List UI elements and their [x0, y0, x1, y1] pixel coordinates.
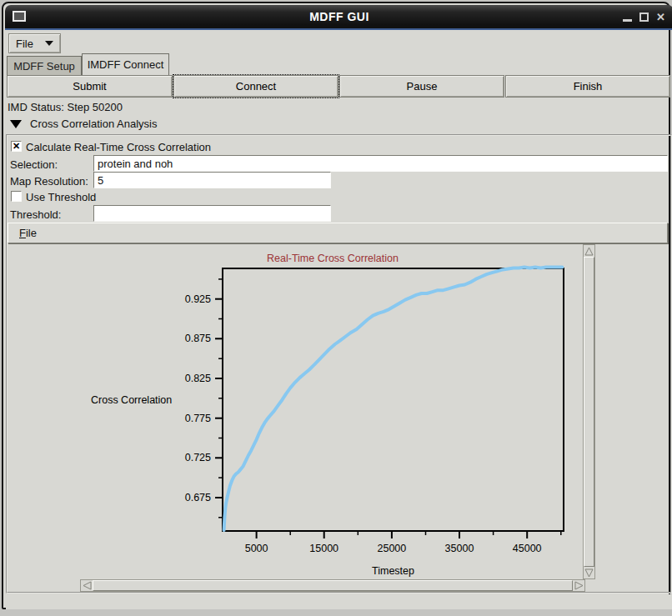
- connect-button[interactable]: Connect: [173, 75, 339, 98]
- plot-vertical-scrollbar[interactable]: [583, 244, 595, 579]
- selection-input[interactable]: [93, 155, 668, 172]
- y-tick-label: 0.775: [185, 413, 211, 424]
- x-tick-label: 5000: [245, 543, 268, 554]
- scroll-up-icon[interactable]: [584, 245, 594, 257]
- y-tick-label: 0.725: [185, 452, 211, 463]
- scroll-down-icon[interactable]: [584, 567, 594, 578]
- pause-button[interactable]: Pause: [339, 75, 504, 98]
- use-threshold-checkbox[interactable]: [11, 191, 22, 202]
- tab-label: MDFF Setup: [13, 60, 75, 73]
- titlebar[interactable]: MDFF GUI ✕: [5, 5, 672, 28]
- use-threshold-label: Use Threshold: [26, 191, 96, 203]
- y-axis-label: Cross Correlation: [91, 394, 172, 406]
- titlebar-accent-line: [5, 28, 672, 30]
- y-tick-label: 0.925: [185, 293, 211, 305]
- plot-file-menu[interactable]: File: [19, 227, 37, 239]
- chevron-down-icon: [45, 41, 53, 46]
- plot-horizontal-scrollbar[interactable]: [80, 579, 585, 592]
- scroll-left-icon[interactable]: [81, 580, 93, 591]
- screen: MDFF GUI ✕ File MDFF Setup IMDFF Connect…: [0, 0, 672, 616]
- threshold-input[interactable]: [93, 205, 331, 222]
- window-controls: ✕: [623, 5, 665, 28]
- selection-label: Selection:: [10, 158, 58, 171]
- minimize-icon[interactable]: [623, 19, 632, 22]
- threshold-label: Threshold:: [10, 208, 61, 221]
- window-title: MDFF GUI: [5, 10, 672, 23]
- horizontal-scrollbar-thumb[interactable]: [93, 580, 573, 591]
- x-tick-label: 15000: [309, 543, 339, 554]
- status-strip: [6, 594, 672, 609]
- plot-title: Real-Time Cross Correlation: [267, 253, 399, 264]
- maximize-icon[interactable]: [639, 13, 649, 22]
- map-resolution-input[interactable]: [93, 172, 331, 188]
- tab-imdff-connect[interactable]: IMDFF Connect: [82, 53, 169, 75]
- y-tick-label: 0.825: [185, 373, 211, 384]
- y-tick-label: 0.675: [185, 492, 211, 503]
- tab-label: IMDFF Connect: [88, 58, 164, 71]
- finish-button[interactable]: Finish: [505, 75, 670, 98]
- calc-cc-checkbox-label: Calculate Real-Time Cross Correlation: [26, 141, 211, 153]
- file-menubutton-label: File: [16, 38, 33, 50]
- window-icon: [13, 11, 26, 22]
- close-icon[interactable]: ✕: [656, 12, 665, 23]
- x-axis-label: Timestep: [372, 565, 414, 577]
- submit-button[interactable]: Submit: [7, 75, 173, 98]
- plot-menubar: File: [8, 223, 668, 243]
- tab-mdff-setup[interactable]: MDFF Setup: [7, 56, 82, 75]
- scroll-right-icon[interactable]: [573, 580, 584, 591]
- cross-correlation-plot: 0.6750.7250.7750.8250.8750.9255000150002…: [8, 243, 583, 579]
- section-title: Cross Correlation Analysis: [30, 118, 157, 130]
- map-resolution-label: Map Resolution:: [10, 175, 88, 188]
- y-tick-label: 0.875: [185, 333, 211, 344]
- x-tick-label: 45000: [513, 543, 542, 554]
- file-menubutton[interactable]: File: [8, 33, 61, 53]
- cross-correlation-line: [224, 268, 563, 530]
- imd-status-label: IMD Status: Step 50200: [8, 101, 123, 113]
- calc-cc-checkbox[interactable]: ✕: [11, 141, 22, 152]
- x-tick-label: 25000: [378, 543, 407, 554]
- cross-correlation-section-header[interactable]: Cross Correlation Analysis: [10, 118, 157, 130]
- vertical-scrollbar-thumb[interactable]: [584, 257, 594, 567]
- app-window: MDFF GUI ✕ File MDFF Setup IMDFF Connect…: [2, 2, 670, 609]
- collapse-triangle-icon[interactable]: [10, 120, 22, 128]
- x-tick-label: 35000: [445, 543, 474, 554]
